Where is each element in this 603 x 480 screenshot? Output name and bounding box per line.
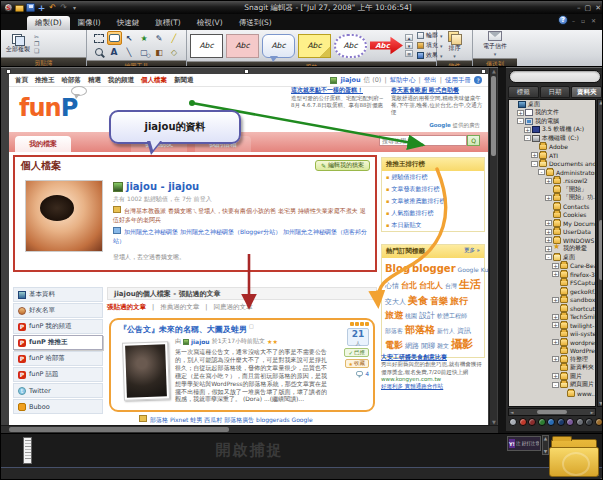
ribbon-tab[interactable]: 旗標(T)	[147, 16, 188, 30]
tree-item[interactable]: - Documents and Sett...	[509, 160, 595, 169]
tree-item[interactable]: + WINDOWS	[509, 236, 595, 245]
ranking-link[interactable]: 文章被推薦數排行榜	[382, 195, 484, 207]
logout-link[interactable]: 登出	[424, 76, 437, 85]
email-button[interactable]: 電子信件 ▾	[479, 31, 511, 57]
tree-item[interactable]: + My Documen...	[509, 219, 595, 228]
help-icon[interactable]: ?	[558, 15, 568, 25]
capture-thumbnail-ime[interactable]: Y! 注 好打注音 中 繁	[507, 436, 541, 451]
drawing-tool[interactable]	[92, 45, 107, 59]
profile-name-link[interactable]: jiajou - jiajou	[113, 181, 199, 192]
ribbon-tab[interactable]: 檢視(V)	[189, 16, 231, 30]
flag-icon[interactable]	[576, 418, 584, 426]
ranking-link[interactable]: 人氣指數排行榜	[382, 207, 484, 219]
tree-toggle[interactable]: +	[552, 263, 559, 269]
menu-item[interactable]: funP 推推王	[13, 335, 103, 350]
tree-toggle[interactable]: +	[552, 322, 559, 328]
tree-item[interactable]: 新資料夾	[509, 364, 595, 373]
tree-toggle[interactable]: -	[531, 161, 538, 167]
tree-toggle[interactable]: -	[545, 254, 552, 260]
tree-item[interactable]: - 桌面	[509, 253, 595, 262]
tag-link[interactable]: 音樂	[430, 296, 448, 306]
tree-item[interactable]: 「開始」	[509, 185, 595, 194]
flag-icon[interactable]	[538, 418, 546, 426]
tag-link[interactable]: 交大人	[385, 298, 406, 306]
menu-item[interactable]: funP 話題	[13, 367, 103, 382]
drawing-tool[interactable]	[122, 31, 137, 45]
tree-toggle[interactable]: +	[552, 271, 559, 277]
flag-icon[interactable]	[566, 418, 574, 426]
tag-link[interactable]: 美食	[408, 295, 428, 306]
more-link[interactable]: 更多 »	[464, 247, 480, 256]
tree-toggle[interactable]: +	[545, 220, 552, 226]
tree-item[interactable]: + 圖片	[509, 372, 595, 381]
drawing-tool[interactable]	[137, 31, 152, 45]
tree-toggle[interactable]: +	[545, 237, 552, 243]
tree-toggle[interactable]: +	[552, 297, 559, 303]
tree-toggle[interactable]: -	[524, 135, 531, 141]
canvas-horizontal-scrollbar[interactable]	[1, 425, 498, 433]
style-gallery-more[interactable]: ≡	[405, 50, 413, 57]
ad-link[interactable]: 大安工研醬美食創意比賽	[381, 353, 485, 361]
tree-item[interactable]: + twilight-...	[509, 321, 595, 330]
tree-item[interactable]: + Care-Bea...	[509, 262, 595, 271]
copy-small-icon[interactable]: ❐	[34, 41, 39, 47]
qat-icon[interactable]	[26, 3, 35, 12]
menu-item[interactable]: Twitter	[13, 383, 103, 398]
qat-icon[interactable]	[48, 3, 57, 12]
tree-item[interactable]: wii-syste...	[509, 330, 595, 339]
tree-item[interactable]: + firefox-3...	[509, 270, 595, 279]
drawing-tool[interactable]	[107, 45, 122, 59]
sidebar-tab[interactable]: 日期	[540, 86, 571, 98]
tree-toggle[interactable]: -	[538, 169, 545, 175]
style-chip[interactable]: Abc	[334, 34, 367, 58]
tree-toggle[interactable]: +	[545, 246, 552, 252]
tree-item[interactable]: shortcut...	[509, 304, 595, 313]
username-link[interactable]: jiajou	[340, 76, 360, 84]
tree-item[interactable]: + 我的最愛	[509, 245, 595, 254]
ranking-link[interactable]: 文章發表數排行榜	[382, 183, 484, 195]
tree-item[interactable]: + wordpres...	[509, 338, 595, 347]
nav-link[interactable]: 首頁	[15, 76, 28, 85]
bookmark-button[interactable]: 收藏	[345, 359, 369, 368]
sidebar-tab[interactable]: 標籤	[508, 86, 539, 98]
tag-link[interactable]: 資訊	[457, 327, 471, 335]
author-link[interactable]: jiajou	[191, 338, 210, 345]
tag-link[interactable]: 部落客	[385, 327, 403, 334]
maximize-button[interactable]: ▢	[585, 4, 592, 12]
tree-toggle[interactable]: +	[524, 127, 531, 133]
tree-item[interactable]: + UserData	[509, 228, 595, 237]
drawing-tool[interactable]	[152, 45, 167, 59]
content-tab[interactable]: 張貼過的文章	[107, 303, 146, 312]
flag-icon[interactable]	[509, 418, 517, 426]
content-tab[interactable]: |	[152, 303, 154, 312]
help-center-link[interactable]: 幫助中心	[390, 76, 416, 85]
ranking-link[interactable]: 本日新貼文	[382, 219, 484, 231]
tree-item[interactable]: + 待整理	[509, 355, 595, 364]
qat-icon[interactable]	[70, 3, 79, 12]
content-tab[interactable]: 回應過的文章	[213, 303, 252, 312]
tree-item[interactable]: + TechSmit...	[509, 313, 595, 322]
profile-blog-links[interactable]: 加州陽光之神秘碉堡 加州陽光之神秘碉堡（Blogger分站） 加州陽光之神秘碉堡…	[113, 227, 371, 245]
tree-item[interactable]: + 「開始」功...	[509, 194, 595, 203]
drawing-tool[interactable]	[167, 45, 182, 59]
tree-item[interactable]: - 網頁圖片	[509, 381, 595, 390]
tag-link[interactable]: 台北人	[419, 281, 443, 290]
tag-link[interactable]: 部落格	[405, 324, 435, 335]
tag-link[interactable]: 生活	[459, 278, 481, 291]
content-tab[interactable]: 推薦過的文章	[160, 303, 199, 312]
tag-link[interactable]: Kuso	[481, 266, 488, 273]
menu-item[interactable]: Buboo	[13, 399, 103, 414]
drawing-tool[interactable]	[122, 45, 137, 59]
flag-icon[interactable]	[585, 418, 593, 426]
voted-button[interactable]: 已推	[344, 348, 369, 357]
funp-logo[interactable]: funP	[19, 94, 77, 122]
manual-link[interactable]: 使用手冊	[445, 76, 471, 85]
ribbon-tab[interactable]: 傳送到(S)	[231, 16, 280, 30]
tree-item[interactable]: + 3.5 軟碟機 (A:)	[509, 126, 595, 135]
nav-link[interactable]: 精選	[88, 76, 101, 85]
canvas-vertical-scrollbar[interactable]: ▲▼	[489, 68, 497, 426]
flag-icon[interactable]	[547, 418, 555, 426]
drawing-tool[interactable]	[92, 31, 107, 45]
tree-item[interactable]: WordPre...	[509, 347, 595, 356]
tree-item[interactable]: Cookies	[509, 211, 595, 220]
